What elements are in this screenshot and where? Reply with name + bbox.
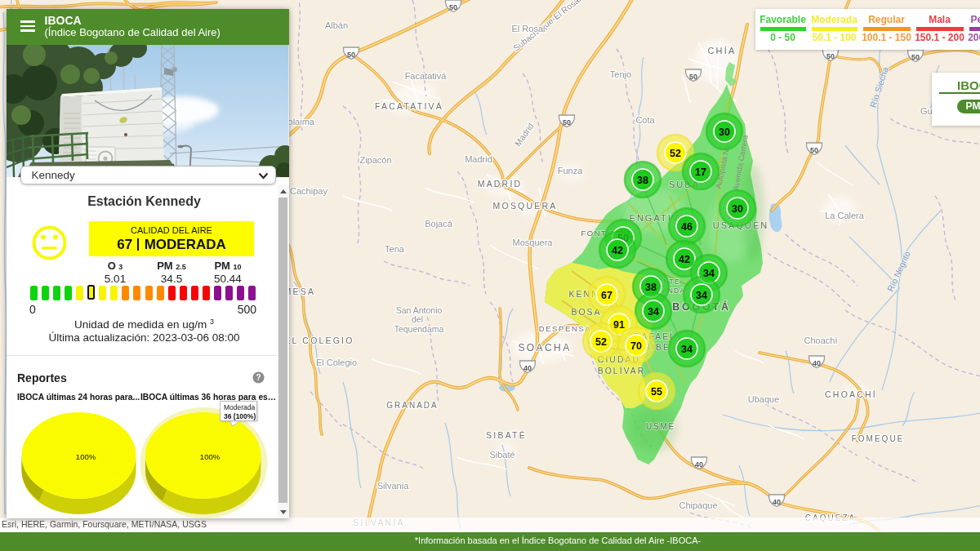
svg-text:MADRID: MADRID — [478, 179, 523, 189]
svg-text:?: ? — [256, 373, 261, 382]
svg-text:Cota: Cota — [635, 115, 655, 125]
svg-text:USME: USME — [646, 422, 675, 431]
svg-text:34: 34 — [648, 306, 659, 318]
svg-text:Ubaque: Ubaque — [748, 394, 780, 404]
svg-text:del: del — [412, 314, 423, 324]
svg-text:52: 52 — [595, 336, 607, 348]
svg-text:Río Siecha: Río Siecha — [868, 65, 890, 109]
svg-text:Tenjo: Tenjo — [610, 69, 631, 79]
svg-text:38: 38 — [645, 282, 657, 293]
svg-text:MOSQUERA: MOSQUERA — [493, 201, 558, 211]
svg-text:40: 40 — [813, 359, 821, 367]
svg-text:67: 67 — [601, 290, 612, 301]
svg-text:El Rosal: El Rosal — [512, 24, 546, 33]
svg-text:55: 55 — [651, 386, 662, 398]
svg-text:FACATATIVÁ: FACATATIVÁ — [375, 101, 443, 111]
svg-text:SOACHA: SOACHA — [518, 342, 571, 353]
svg-text:17: 17 — [695, 167, 706, 178]
svg-text:50: 50 — [911, 53, 920, 61]
svg-text:Zipacón: Zipacón — [359, 155, 391, 165]
svg-text:40: 40 — [773, 498, 781, 506]
svg-text:34: 34 — [681, 344, 693, 355]
svg-text:Sibaté: Sibaté — [489, 450, 514, 460]
svg-text:40: 40 — [523, 364, 532, 372]
svg-text:DESPENSA: DESPENSA — [539, 324, 592, 333]
svg-text:Chipaque: Chipaque — [679, 500, 717, 510]
svg-text:Bojacá: Bojacá — [425, 219, 453, 229]
svg-text:GRANADA: GRANADA — [386, 401, 438, 410]
svg-text:Albán: Albán — [325, 20, 348, 30]
svg-text:50: 50 — [689, 73, 697, 81]
svg-text:42: 42 — [679, 254, 690, 265]
svg-text:42: 42 — [612, 245, 623, 256]
svg-text:Madrid: Madrid — [513, 121, 536, 148]
svg-text:BOLÍVAR: BOLÍVAR — [598, 366, 646, 375]
svg-text:30: 30 — [719, 127, 730, 138]
svg-text:30: 30 — [732, 203, 743, 215]
svg-text:CHÍA: CHÍA — [707, 46, 736, 56]
svg-text:52: 52 — [670, 148, 681, 159]
svg-text:Cachipay: Cachipay — [290, 186, 327, 196]
svg-text:Facatativá: Facatativá — [405, 71, 448, 81]
svg-text:CHOACHÍ: CHOACHÍ — [825, 389, 877, 399]
svg-text:50: 50 — [810, 146, 818, 154]
svg-text:50: 50 — [826, 52, 835, 60]
svg-text:70: 70 — [630, 340, 642, 352]
svg-text:46: 46 — [681, 221, 693, 233]
svg-text:El Colegio: El Colegio — [316, 358, 357, 367]
svg-text:38: 38 — [637, 175, 648, 186]
svg-text:FOMEQUE: FOMEQUE — [852, 434, 905, 443]
svg-text:100%: 100% — [76, 452, 96, 461]
svg-text:Tena: Tena — [385, 244, 405, 254]
svg-text:50: 50 — [347, 51, 355, 59]
svg-text:50: 50 — [449, 3, 457, 11]
svg-text:Mosquera: Mosquera — [513, 238, 554, 247]
svg-text:Tequendama: Tequendama — [394, 324, 444, 334]
svg-text:Choachí: Choachí — [804, 335, 838, 345]
svg-text:SIBATÉ: SIBATÉ — [486, 430, 527, 440]
svg-text:Madrid: Madrid — [465, 154, 492, 164]
svg-text:Funza: Funza — [558, 166, 583, 176]
svg-text:34: 34 — [696, 290, 707, 301]
svg-text:EL COLEGIO: EL COLEGIO — [284, 335, 354, 345]
svg-text:Silvania: Silvania — [377, 481, 409, 491]
svg-text:100%: 100% — [200, 452, 220, 461]
svg-text:40: 40 — [695, 460, 703, 469]
svg-text:La Calera: La Calera — [825, 211, 865, 220]
svg-text:50: 50 — [563, 118, 571, 127]
